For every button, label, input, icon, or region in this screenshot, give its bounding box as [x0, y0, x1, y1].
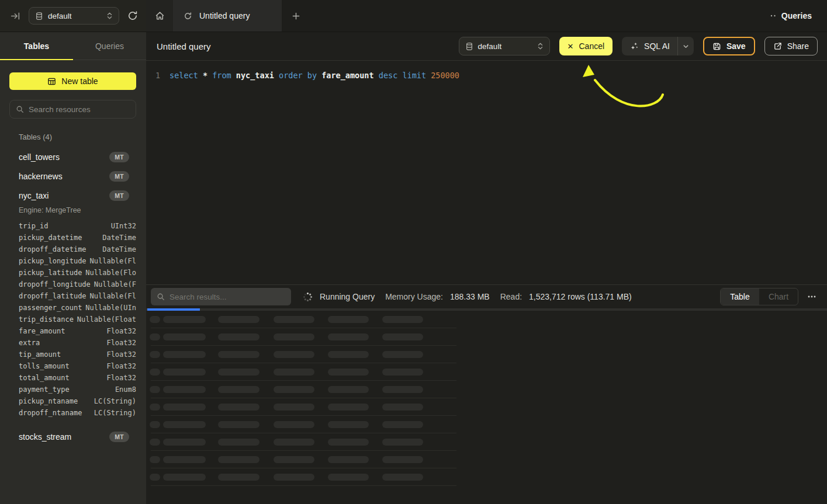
table-row[interactable]: hackernewsMT: [0, 166, 146, 186]
home-button[interactable]: [146, 0, 173, 32]
column-row: passenger_countNullable(UIn: [19, 302, 136, 314]
close-icon: ✕: [568, 42, 574, 51]
column-row: dropoff_longitudeNullable(F: [19, 279, 136, 290]
sidebar-search-input[interactable]: [29, 105, 130, 114]
refresh-button[interactable]: [127, 11, 138, 21]
save-button[interactable]: Save: [703, 37, 755, 55]
share-label: Share: [787, 41, 809, 51]
skeleton-pill: [274, 456, 314, 463]
query-status: Running Query: [320, 292, 375, 301]
column-row: tip_amountFloat32: [19, 349, 136, 360]
column-type: Nullable(UIn: [85, 304, 136, 312]
column-name: extra: [19, 339, 40, 347]
skeleton-row: [151, 451, 456, 468]
sql-ai-label: SQL AI: [644, 41, 670, 51]
topbar: default Untitled query: [0, 0, 827, 32]
save-icon: [712, 42, 721, 51]
code-line-1: 1 select * from nyc_taxi order by fare_a…: [146, 61, 827, 81]
line-number: 1: [146, 69, 169, 81]
sql-ai-dropdown-button[interactable]: [677, 37, 694, 55]
table-row[interactable]: cell_towersMT: [0, 147, 146, 166]
chevrons-up-down-icon: [537, 42, 544, 50]
database-selector-topbar[interactable]: default: [29, 7, 119, 25]
view-toggle-table[interactable]: Table: [721, 289, 759, 305]
skeleton-row: [151, 398, 456, 416]
skeleton-pill: [274, 404, 314, 411]
skeleton-pill: [274, 369, 314, 376]
column-type: Float32: [106, 327, 136, 335]
skeleton-pill: [163, 421, 206, 428]
column-type: UInt32: [111, 222, 136, 230]
queries-button[interactable]: Queries: [770, 0, 827, 32]
column-name: pickup_datetime: [19, 234, 82, 242]
sql-token: [303, 71, 307, 80]
column-name: passenger_count: [19, 304, 82, 312]
skeleton-pill: [218, 456, 259, 463]
skeleton-pill: [274, 351, 314, 358]
memory-usage-label: Memory Usage:: [385, 292, 443, 301]
column-name: dropoff_latitude: [19, 292, 86, 300]
query-title: Untitled query: [157, 41, 449, 51]
column-row: trip_idUInt32: [19, 220, 136, 232]
queries-label: Queries: [781, 11, 812, 20]
home-icon: [155, 11, 165, 21]
search-icon: [16, 105, 24, 113]
more-options-button[interactable]: [807, 292, 816, 301]
sql-token: [274, 71, 279, 80]
table-name: hackernews: [19, 172, 63, 181]
chevron-down-icon: [683, 43, 689, 50]
skeleton-pill: [382, 404, 423, 411]
dots-icon: [770, 12, 777, 19]
skeleton-row: [151, 363, 456, 381]
progress-bar: [147, 308, 200, 311]
skeleton-pill: [150, 351, 160, 358]
cancel-button[interactable]: ✕ Cancel: [559, 37, 613, 55]
view-toggle: Table Chart: [720, 288, 798, 305]
database-selector-query[interactable]: default: [459, 37, 550, 55]
results-skeleton: [151, 311, 456, 486]
new-tab-button[interactable]: [282, 0, 310, 32]
engine-badge: MT: [109, 432, 129, 442]
skeleton-pill: [328, 474, 369, 481]
sidebar-tab-queries[interactable]: Queries: [73, 32, 146, 60]
tab-untitled-query[interactable]: Untitled query: [173, 0, 282, 32]
database-icon: [465, 42, 473, 51]
share-button[interactable]: Share: [764, 37, 818, 55]
sql-token: [231, 71, 236, 80]
skeleton-pill: [274, 386, 314, 393]
skeleton-pill: [150, 386, 160, 393]
engine-badge: MT: [109, 190, 129, 201]
sql-token: limit: [402, 71, 426, 80]
sql-editor[interactable]: 1 select * from nyc_taxi order by fare_a…: [146, 61, 827, 284]
column-type: Nullable(F: [94, 280, 136, 289]
skeleton-pill: [328, 404, 369, 411]
sql-ai-button-group: SQL AI: [622, 37, 694, 55]
results-search-input[interactable]: [169, 293, 285, 301]
column-type: Float32: [106, 374, 136, 382]
main-panel: Untitled query default ✕ Cancel: [146, 32, 827, 504]
save-label: Save: [726, 41, 746, 51]
sql-token: [374, 71, 379, 80]
column-name: dropoff_longitude: [19, 280, 91, 289]
skeleton-pill: [218, 474, 259, 481]
topbar-left: default: [0, 0, 146, 32]
view-toggle-chart[interactable]: Chart: [759, 289, 798, 305]
sql-token: nyc_taxi: [236, 71, 274, 80]
results-toolbar: Running Query Memory Usage: 188.33 MB Re…: [146, 284, 827, 308]
collapse-sidebar-icon[interactable]: [11, 11, 20, 21]
sql-ai-button[interactable]: SQL AI: [622, 37, 677, 55]
table-row[interactable]: nyc_taxiMT: [0, 186, 146, 205]
skeleton-pill: [274, 439, 314, 446]
column-row: dropoff_ntanameLC(String): [19, 407, 136, 419]
progress-track: [146, 308, 827, 311]
sql-token: [207, 71, 212, 80]
sidebar-tab-queries-label: Queries: [95, 41, 124, 51]
skeleton-pill: [328, 351, 369, 358]
sql-token: select: [169, 71, 198, 80]
skeleton-pill: [328, 421, 369, 428]
sidebar-tab-tables[interactable]: Tables: [0, 32, 73, 60]
new-table-button[interactable]: New table: [9, 72, 136, 90]
table-row[interactable]: stocks_streamMT: [0, 427, 146, 446]
skeleton-pill: [274, 474, 314, 481]
skeleton-pill: [274, 316, 314, 323]
